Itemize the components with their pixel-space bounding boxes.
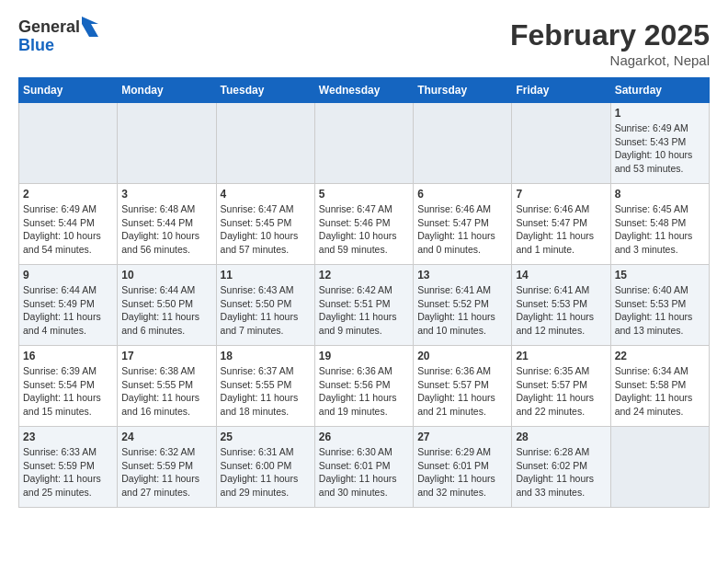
day-info: Sunrise: 6:44 AMSunset: 5:50 PMDaylight:… <box>121 283 211 338</box>
day-info: Sunrise: 6:35 AMSunset: 5:57 PMDaylight:… <box>516 364 606 419</box>
week-row-2: 9Sunrise: 6:44 AMSunset: 5:49 PMDaylight… <box>19 265 710 346</box>
day-number: 3 <box>121 188 211 201</box>
day-cell: 5Sunrise: 6:47 AMSunset: 5:46 PMDaylight… <box>314 184 413 265</box>
day-number: 6 <box>417 188 507 201</box>
weekday-header-friday: Friday <box>512 78 610 103</box>
day-cell <box>512 103 610 184</box>
day-cell: 6Sunrise: 6:46 AMSunset: 5:47 PMDaylight… <box>414 184 512 265</box>
day-info: Sunrise: 6:36 AMSunset: 5:57 PMDaylight:… <box>417 364 507 419</box>
weekday-header-row: SundayMondayTuesdayWednesdayThursdayFrid… <box>19 78 710 103</box>
day-info: Sunrise: 6:47 AMSunset: 5:45 PMDaylight:… <box>221 202 311 257</box>
day-cell: 4Sunrise: 6:47 AMSunset: 5:45 PMDaylight… <box>216 184 314 265</box>
logo-icon <box>82 17 98 37</box>
day-number: 7 <box>516 188 606 201</box>
day-number: 22 <box>615 350 705 362</box>
week-row-1: 2Sunrise: 6:49 AMSunset: 5:44 PMDaylight… <box>19 184 710 265</box>
weekday-header-thursday: Thursday <box>414 78 512 103</box>
day-number: 11 <box>221 269 311 282</box>
svg-marker-0 <box>82 17 98 37</box>
day-info: Sunrise: 6:42 AMSunset: 5:51 PMDaylight:… <box>319 283 409 338</box>
day-number: 10 <box>121 269 211 282</box>
day-cell: 17Sunrise: 6:38 AMSunset: 5:55 PMDayligh… <box>118 346 216 427</box>
day-number: 27 <box>417 431 507 443</box>
day-info: Sunrise: 6:48 AMSunset: 5:44 PMDaylight:… <box>121 202 211 257</box>
day-cell: 26Sunrise: 6:30 AMSunset: 6:01 PMDayligh… <box>314 427 413 508</box>
day-info: Sunrise: 6:46 AMSunset: 5:47 PMDaylight:… <box>516 202 606 257</box>
day-number: 5 <box>319 188 409 201</box>
location: Nagarkot, Nepal <box>510 52 710 68</box>
weekday-header-sunday: Sunday <box>19 78 118 103</box>
day-number: 14 <box>516 269 606 282</box>
day-number: 25 <box>221 431 311 443</box>
day-cell: 1Sunrise: 6:49 AMSunset: 5:43 PMDaylight… <box>610 103 709 184</box>
day-cell <box>19 103 118 184</box>
day-cell: 27Sunrise: 6:29 AMSunset: 6:01 PMDayligh… <box>414 427 512 508</box>
day-cell: 12Sunrise: 6:42 AMSunset: 5:51 PMDayligh… <box>314 265 413 346</box>
month-title: February 2025 <box>510 18 710 52</box>
day-cell <box>610 427 709 508</box>
day-info: Sunrise: 6:29 AMSunset: 6:01 PMDaylight:… <box>417 445 507 500</box>
day-info: Sunrise: 6:44 AMSunset: 5:49 PMDaylight:… <box>23 283 113 338</box>
day-info: Sunrise: 6:31 AMSunset: 6:00 PMDaylight:… <box>221 445 311 500</box>
day-info: Sunrise: 6:49 AMSunset: 5:43 PMDaylight:… <box>615 121 705 176</box>
logo: General Blue <box>18 18 98 55</box>
day-info: Sunrise: 6:37 AMSunset: 5:55 PMDaylight:… <box>221 364 311 419</box>
logo-blue: Blue <box>18 37 98 55</box>
day-info: Sunrise: 6:30 AMSunset: 6:01 PMDaylight:… <box>319 445 409 500</box>
day-number: 19 <box>319 350 409 362</box>
week-row-4: 23Sunrise: 6:33 AMSunset: 5:59 PMDayligh… <box>19 427 710 508</box>
weekday-header-saturday: Saturday <box>610 78 709 103</box>
day-number: 18 <box>221 350 311 362</box>
day-info: Sunrise: 6:47 AMSunset: 5:46 PMDaylight:… <box>319 202 409 257</box>
day-cell: 16Sunrise: 6:39 AMSunset: 5:54 PMDayligh… <box>19 346 118 427</box>
day-cell <box>314 103 413 184</box>
day-info: Sunrise: 6:46 AMSunset: 5:47 PMDaylight:… <box>417 202 507 257</box>
day-info: Sunrise: 6:36 AMSunset: 5:56 PMDaylight:… <box>319 364 409 419</box>
day-number: 16 <box>23 350 113 362</box>
day-info: Sunrise: 6:38 AMSunset: 5:55 PMDaylight:… <box>121 364 211 419</box>
day-number: 2 <box>23 188 113 201</box>
day-cell: 11Sunrise: 6:43 AMSunset: 5:50 PMDayligh… <box>216 265 314 346</box>
weekday-header-wednesday: Wednesday <box>314 78 413 103</box>
day-cell: 7Sunrise: 6:46 AMSunset: 5:47 PMDaylight… <box>512 184 610 265</box>
day-cell <box>216 103 314 184</box>
day-cell <box>414 103 512 184</box>
day-cell: 14Sunrise: 6:41 AMSunset: 5:53 PMDayligh… <box>512 265 610 346</box>
day-info: Sunrise: 6:41 AMSunset: 5:52 PMDaylight:… <box>417 283 507 338</box>
day-info: Sunrise: 6:49 AMSunset: 5:44 PMDaylight:… <box>23 202 113 257</box>
day-number: 24 <box>121 431 211 443</box>
day-number: 23 <box>23 431 113 443</box>
logo-general: General <box>18 18 80 37</box>
calendar: SundayMondayTuesdayWednesdayThursdayFrid… <box>18 77 710 508</box>
day-cell <box>118 103 216 184</box>
day-cell: 9Sunrise: 6:44 AMSunset: 5:49 PMDaylight… <box>19 265 118 346</box>
day-number: 21 <box>516 350 606 362</box>
day-cell: 13Sunrise: 6:41 AMSunset: 5:52 PMDayligh… <box>414 265 512 346</box>
day-info: Sunrise: 6:34 AMSunset: 5:58 PMDaylight:… <box>615 364 705 419</box>
day-number: 28 <box>516 431 606 443</box>
day-cell: 25Sunrise: 6:31 AMSunset: 6:00 PMDayligh… <box>216 427 314 508</box>
day-cell: 24Sunrise: 6:32 AMSunset: 5:59 PMDayligh… <box>118 427 216 508</box>
day-info: Sunrise: 6:33 AMSunset: 5:59 PMDaylight:… <box>23 445 113 500</box>
day-number: 15 <box>615 269 705 282</box>
day-cell: 28Sunrise: 6:28 AMSunset: 6:02 PMDayligh… <box>512 427 610 508</box>
title-block: February 2025 Nagarkot, Nepal <box>510 18 710 68</box>
day-cell: 8Sunrise: 6:45 AMSunset: 5:48 PMDaylight… <box>610 184 709 265</box>
day-info: Sunrise: 6:43 AMSunset: 5:50 PMDaylight:… <box>221 283 311 338</box>
week-row-3: 16Sunrise: 6:39 AMSunset: 5:54 PMDayligh… <box>19 346 710 427</box>
day-info: Sunrise: 6:45 AMSunset: 5:48 PMDaylight:… <box>615 202 705 257</box>
day-number: 9 <box>23 269 113 282</box>
day-number: 13 <box>417 269 507 282</box>
day-cell: 2Sunrise: 6:49 AMSunset: 5:44 PMDaylight… <box>19 184 118 265</box>
day-cell: 22Sunrise: 6:34 AMSunset: 5:58 PMDayligh… <box>610 346 709 427</box>
day-cell: 18Sunrise: 6:37 AMSunset: 5:55 PMDayligh… <box>216 346 314 427</box>
day-cell: 3Sunrise: 6:48 AMSunset: 5:44 PMDaylight… <box>118 184 216 265</box>
day-info: Sunrise: 6:28 AMSunset: 6:02 PMDaylight:… <box>516 445 606 500</box>
day-info: Sunrise: 6:32 AMSunset: 5:59 PMDaylight:… <box>121 445 211 500</box>
day-cell: 10Sunrise: 6:44 AMSunset: 5:50 PMDayligh… <box>118 265 216 346</box>
day-number: 8 <box>615 188 705 201</box>
day-info: Sunrise: 6:41 AMSunset: 5:53 PMDaylight:… <box>516 283 606 338</box>
day-number: 17 <box>121 350 211 362</box>
day-number: 12 <box>319 269 409 282</box>
logo-text: General Blue <box>18 18 98 55</box>
